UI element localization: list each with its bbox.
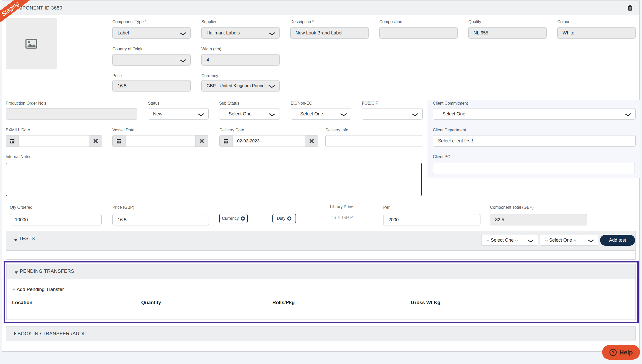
svg-text:?: ?	[612, 350, 614, 355]
